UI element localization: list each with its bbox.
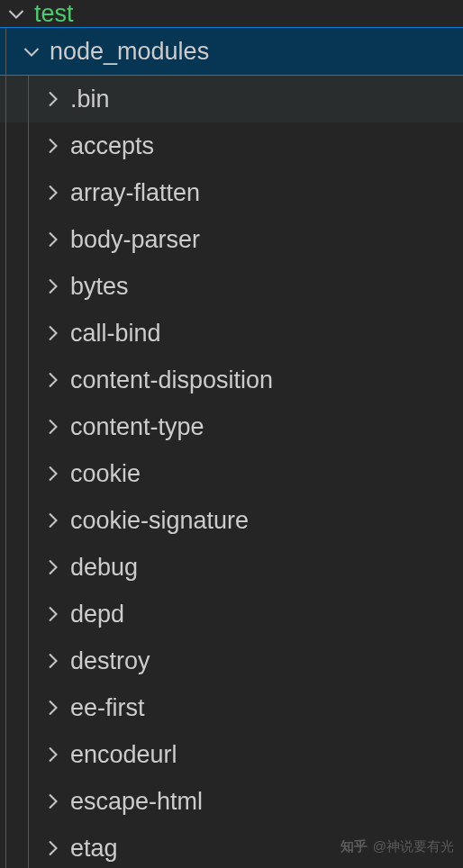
indent-guide	[28, 450, 29, 497]
indent-guide	[5, 169, 6, 216]
tree-item[interactable]: array-flatten	[0, 169, 463, 216]
tree-item[interactable]: destroy	[0, 637, 463, 684]
chevron-right-icon	[40, 555, 65, 580]
folder-label: accepts	[70, 132, 154, 160]
tree-item[interactable]: cookie-signature	[0, 497, 463, 544]
indent-guide	[28, 731, 29, 778]
indent-guide	[5, 403, 6, 450]
indent-guide	[5, 76, 6, 122]
folder-label: ee-first	[70, 694, 145, 722]
indent-guide	[28, 310, 29, 357]
chevron-right-icon	[40, 274, 65, 299]
indent-guide	[5, 637, 6, 684]
chevron-right-icon	[40, 695, 65, 720]
folder-label: depd	[70, 601, 124, 628]
indent-guide	[5, 310, 6, 357]
indent-guide	[28, 357, 29, 403]
indent-guide	[28, 684, 29, 731]
tree-item[interactable]: debug	[0, 544, 463, 591]
indent-guide	[28, 169, 29, 216]
chevron-right-icon	[40, 508, 65, 533]
chevron-right-icon	[40, 133, 65, 158]
tree-item[interactable]: bytes	[0, 263, 463, 310]
indent-guide	[28, 778, 29, 825]
chevron-right-icon	[40, 180, 65, 205]
indent-guide	[28, 637, 29, 684]
indent-guide	[28, 544, 29, 591]
chevron-right-icon	[40, 321, 65, 346]
tree-item[interactable]: content-disposition	[0, 357, 463, 403]
indent-guide	[28, 403, 29, 450]
folder-label: cookie-signature	[70, 507, 249, 535]
chevron-right-icon	[40, 742, 65, 767]
folder-label: content-disposition	[70, 366, 273, 394]
indent-guide	[5, 122, 6, 169]
folder-label: debug	[70, 554, 138, 582]
watermark-brand: 知乎	[340, 838, 368, 855]
tree-item[interactable]: encodeurl	[0, 731, 463, 778]
indent-guide	[5, 778, 6, 825]
chevron-right-icon	[40, 836, 65, 861]
watermark-author: @神说要有光	[373, 838, 454, 855]
tree-root-item[interactable]: test	[0, 0, 463, 27]
indent-guide	[5, 731, 6, 778]
folder-label: bytes	[70, 273, 129, 301]
indent-guide	[5, 497, 6, 544]
tree-item-node-modules[interactable]: node_modules	[0, 27, 463, 76]
chevron-right-icon	[40, 227, 65, 252]
indent-guide	[5, 591, 6, 637]
indent-guide	[28, 263, 29, 310]
folder-label: destroy	[70, 647, 150, 675]
indent-guide	[5, 825, 6, 868]
file-explorer-tree: test node_modules .bin accepts	[0, 0, 463, 868]
chevron-right-icon	[40, 601, 65, 627]
indent-guide	[5, 28, 6, 75]
indent-guide	[5, 263, 6, 310]
folder-label: test	[34, 0, 74, 28]
indent-guide	[28, 76, 29, 122]
folder-label: body-parser	[70, 226, 200, 254]
tree-item[interactable]: body-parser	[0, 216, 463, 263]
tree-item[interactable]: escape-html	[0, 778, 463, 825]
folder-label: escape-html	[70, 788, 203, 816]
tree-item[interactable]: .bin	[0, 76, 463, 122]
tree-item[interactable]: accepts	[0, 122, 463, 169]
chevron-right-icon	[40, 367, 65, 393]
tree-item[interactable]: ee-first	[0, 684, 463, 731]
indent-guide	[28, 122, 29, 169]
chevron-down-icon	[4, 1, 29, 26]
indent-guide	[28, 825, 29, 868]
chevron-right-icon	[40, 461, 65, 486]
chevron-right-icon	[40, 86, 65, 112]
indent-guide	[5, 357, 6, 403]
folder-label: content-type	[70, 413, 204, 441]
tree-item[interactable]: content-type	[0, 403, 463, 450]
folder-label: call-bind	[70, 320, 161, 348]
tree-item[interactable]: call-bind	[0, 310, 463, 357]
indent-guide	[28, 497, 29, 544]
tree-item[interactable]: depd	[0, 591, 463, 637]
indent-guide	[5, 450, 6, 497]
chevron-right-icon	[40, 648, 65, 674]
folder-label: encodeurl	[70, 741, 177, 769]
indent-guide	[5, 216, 6, 263]
indent-guide	[28, 216, 29, 263]
subfolder-list: .bin accepts array-flatten body-parser	[0, 76, 463, 868]
tree-item[interactable]: cookie	[0, 450, 463, 497]
folder-label: cookie	[70, 460, 141, 488]
indent-guide	[5, 544, 6, 591]
folder-label: array-flatten	[70, 179, 200, 207]
watermark: 知乎 @神说要有光	[340, 838, 454, 855]
indent-guide	[5, 684, 6, 731]
chevron-right-icon	[40, 789, 65, 814]
chevron-down-icon	[19, 39, 44, 64]
folder-label: node_modules	[50, 38, 209, 66]
folder-label: .bin	[70, 86, 110, 113]
indent-guide	[28, 591, 29, 637]
chevron-right-icon	[40, 414, 65, 439]
folder-label: etag	[70, 835, 118, 863]
